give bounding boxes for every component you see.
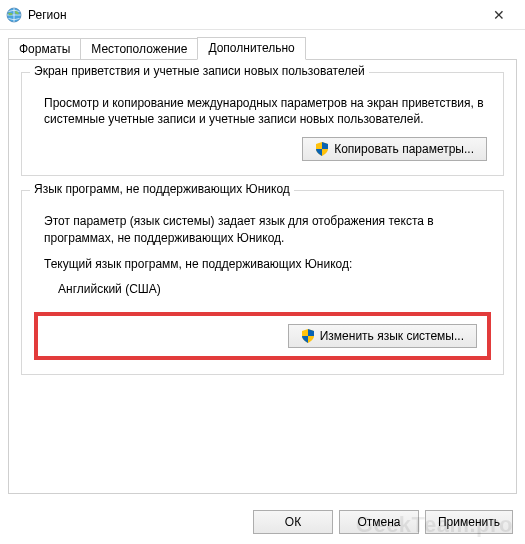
group-welcome-screen: Экран приветствия и учетные записи новых…	[21, 72, 504, 176]
title-bar: Регион ✕	[0, 0, 525, 30]
copy-settings-button[interactable]: Копировать параметры...	[302, 137, 487, 161]
tab-label: Местоположение	[91, 42, 187, 56]
shield-icon	[301, 329, 315, 343]
window-title: Регион	[28, 8, 479, 22]
tab-advanced[interactable]: Дополнительно	[197, 37, 305, 60]
tab-label: Форматы	[19, 42, 70, 56]
ok-button[interactable]: ОК	[253, 510, 333, 534]
shield-icon	[315, 142, 329, 156]
highlight-frame: Изменить язык системы...	[34, 312, 491, 360]
button-label: Изменить язык системы...	[320, 329, 464, 343]
button-label: Применить	[438, 515, 500, 529]
current-language-value: Английский (США)	[58, 282, 491, 296]
change-system-locale-button[interactable]: Изменить язык системы...	[288, 324, 477, 348]
close-button[interactable]: ✕	[479, 1, 519, 29]
tab-formats[interactable]: Форматы	[8, 38, 81, 60]
group-non-unicode: Язык программ, не поддерживающих Юникод …	[21, 190, 504, 375]
tab-location[interactable]: Местоположение	[80, 38, 198, 60]
tab-strip: Форматы Местоположение Дополнительно	[0, 30, 525, 59]
apply-button[interactable]: Применить	[425, 510, 513, 534]
group-legend: Язык программ, не поддерживающих Юникод	[30, 182, 294, 196]
globe-icon	[6, 7, 22, 23]
tab-label: Дополнительно	[208, 41, 294, 55]
button-label: Отмена	[357, 515, 400, 529]
tab-panel-advanced: Экран приветствия и учетные записи новых…	[8, 59, 517, 494]
dialog-footer: ОК Отмена Применить	[253, 510, 513, 534]
group-description: Просмотр и копирование международных пар…	[44, 95, 491, 127]
close-icon: ✕	[493, 7, 505, 23]
button-label: ОК	[285, 515, 301, 529]
current-language-label: Текущий язык программ, не поддерживающих…	[44, 256, 491, 272]
group-legend: Экран приветствия и учетные записи новых…	[30, 64, 369, 78]
button-label: Копировать параметры...	[334, 142, 474, 156]
group-description: Этот параметр (язык системы) задает язык…	[44, 213, 491, 245]
cancel-button[interactable]: Отмена	[339, 510, 419, 534]
